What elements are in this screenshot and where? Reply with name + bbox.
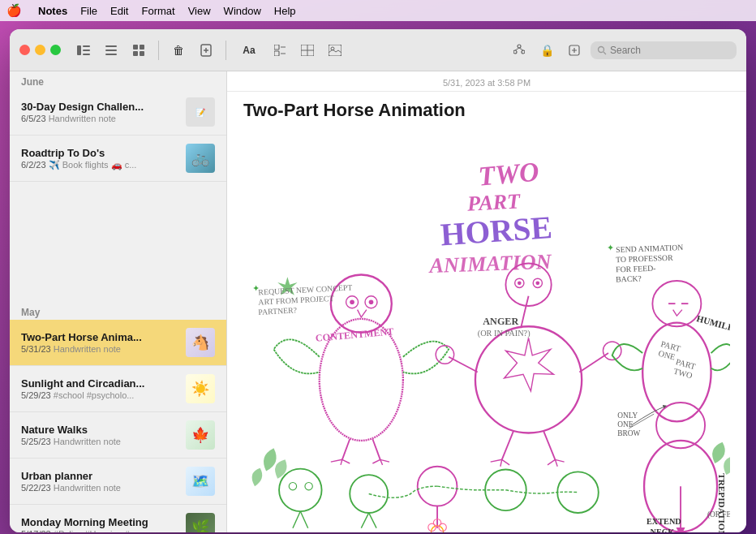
svg-point-51 xyxy=(518,281,522,285)
svg-point-25 xyxy=(522,50,525,54)
menu-help[interactable]: Help xyxy=(274,5,296,17)
svg-rect-8 xyxy=(140,45,144,50)
svg-rect-7 xyxy=(133,45,138,50)
media-button[interactable] xyxy=(324,39,346,62)
note-content-area: 5/31, 2023 at 3:58 PM Two-Part Horse Ani… xyxy=(227,71,746,532)
svg-text:(OR FEAR?): (OR FEAR?) xyxy=(707,510,730,519)
svg-line-27 xyxy=(519,48,523,50)
svg-rect-10 xyxy=(140,51,144,56)
svg-line-26 xyxy=(515,48,519,50)
checklist-button[interactable] xyxy=(268,39,291,62)
more-button[interactable] xyxy=(563,39,586,62)
svg-rect-3 xyxy=(83,54,90,55)
sidebar-toggle-button[interactable] xyxy=(72,39,95,62)
note-text: Roadtrip To Do's 6/2/23 ✈️ Book flights … xyxy=(21,147,178,170)
sketch-area: TWO PART HORSE ANIMATION xyxy=(243,131,730,532)
list-item[interactable]: Monday Morning Meeting 5/17/23 #Policy #… xyxy=(10,505,226,532)
menu-view[interactable]: View xyxy=(188,5,211,17)
menu-notes[interactable]: Notes xyxy=(38,5,67,17)
svg-text:ONLY: ONLY xyxy=(617,411,638,420)
note-text: Nature Walks 5/25/23 Handwritten note xyxy=(21,424,178,446)
svg-rect-14 xyxy=(274,45,279,50)
svg-rect-5 xyxy=(105,50,117,51)
note-meta: 6/2/23 ✈️ Book flights 🚗 c... xyxy=(21,160,178,170)
list-item[interactable]: Sunlight and Circadian... 5/29/23 #schoo… xyxy=(10,366,226,412)
maximize-button[interactable] xyxy=(50,45,61,55)
menu-bar: 🍎 Notes File Edit Format View Window Hel… xyxy=(0,0,756,21)
svg-point-43 xyxy=(369,299,374,304)
note-meta: 6/5/23 Handwritten note xyxy=(21,114,178,123)
svg-rect-16 xyxy=(274,51,279,56)
toolbar: 🗑 Aa xyxy=(10,29,746,71)
svg-point-23 xyxy=(518,45,521,48)
svg-text:EXTEND: EXTEND xyxy=(646,517,681,526)
note-meta: 5/22/23 Handwritten note xyxy=(21,483,178,493)
note-title: 30-Day Design Challen... xyxy=(21,101,178,113)
svg-line-32 xyxy=(604,52,606,54)
svg-rect-21 xyxy=(329,45,341,56)
svg-text:BROW: BROW xyxy=(617,429,640,437)
note-content-header: 5/31, 2023 at 3:58 PM xyxy=(227,71,746,92)
list-item[interactable]: Urban planner 5/22/23 Handwritten note 🗺… xyxy=(10,459,226,505)
note-title: Urban planner xyxy=(21,470,178,482)
note-thumbnail: 🌿 xyxy=(186,513,215,532)
svg-rect-0 xyxy=(77,45,81,55)
svg-text:TREPIDATION: TREPIDATION xyxy=(717,473,727,532)
svg-rect-2 xyxy=(83,50,90,51)
note-meta: 5/25/23 Handwritten note xyxy=(21,437,178,446)
svg-rect-1 xyxy=(83,45,90,47)
minimize-button[interactable] xyxy=(35,45,45,55)
apple-menu[interactable]: 🍎 xyxy=(6,3,22,18)
note-meta: 5/29/23 #school #psycholo... xyxy=(21,390,178,400)
note-main-title: Two-Part Horse Animation xyxy=(243,100,730,121)
menu-edit[interactable]: Edit xyxy=(110,5,128,17)
list-item[interactable]: 30-Day Design Challen... 6/5/23 Handwrit… xyxy=(10,89,226,136)
note-body[interactable]: Two-Part Horse Animation TWO PART HORSE … xyxy=(227,92,746,532)
menu-format[interactable]: Format xyxy=(141,5,174,17)
list-view-button[interactable] xyxy=(100,39,122,62)
list-item[interactable]: Nature Walks 5/25/23 Handwritten note 🍁 xyxy=(10,412,226,459)
note-title: Two-Part Horse Anima... xyxy=(21,331,178,343)
note-thumbnail: ☀️ xyxy=(186,374,215,403)
may-section-header: May xyxy=(10,302,226,320)
note-meta: 5/17/23 #Policy #Housing #... xyxy=(21,529,178,532)
note-thumbnail: 📝 xyxy=(186,97,215,127)
search-input[interactable] xyxy=(610,45,724,56)
note-timestamp: 5/31, 2023 at 3:58 PM xyxy=(443,78,530,88)
svg-rect-9 xyxy=(133,51,138,56)
svg-rect-6 xyxy=(105,54,117,55)
sidebar: June 30-Day Design Challen... 6/5/23 Han… xyxy=(10,71,227,532)
svg-text:ANGER: ANGER xyxy=(483,316,518,327)
note-thumbnail: 🐴 xyxy=(186,328,215,357)
note-text: Monday Morning Meeting 5/17/23 #Policy #… xyxy=(21,516,178,532)
note-text: 30-Day Design Challen... 6/5/23 Handwrit… xyxy=(21,101,178,123)
new-note-button[interactable] xyxy=(195,39,217,62)
menu-file[interactable]: File xyxy=(80,5,97,17)
svg-text:TWO: TWO xyxy=(477,156,540,191)
svg-text:NECK: NECK xyxy=(651,528,675,532)
note-title: Monday Morning Meeting xyxy=(21,516,178,528)
note-text: Two-Part Horse Anima... 5/31/23 Handwrit… xyxy=(21,331,178,354)
table-button[interactable] xyxy=(296,39,319,62)
list-item[interactable]: Two-Part Horse Anima... 5/31/23 Handwrit… xyxy=(10,320,226,366)
share-button[interactable] xyxy=(508,39,530,62)
lock-button[interactable]: 🔒 xyxy=(535,39,558,62)
format-button[interactable]: Aa xyxy=(234,39,264,62)
content-area: June 30-Day Design Challen... 6/5/23 Han… xyxy=(10,71,746,532)
menu-window[interactable]: Window xyxy=(224,5,261,17)
search-icon xyxy=(597,45,607,55)
june-notes-list: 30-Day Design Challen... 6/5/23 Handwrit… xyxy=(10,89,226,302)
svg-text:BACK?: BACK? xyxy=(616,273,642,283)
sketch-svg: TWO PART HORSE ANIMATION xyxy=(243,131,730,532)
gallery-view-button[interactable] xyxy=(127,39,150,62)
search-box[interactable] xyxy=(591,41,737,59)
note-title: Nature Walks xyxy=(21,424,178,436)
svg-point-31 xyxy=(599,46,604,52)
close-button[interactable] xyxy=(19,45,30,55)
svg-point-42 xyxy=(350,299,354,304)
delete-button[interactable]: 🗑 xyxy=(167,39,190,62)
svg-text:FOR FEED-: FOR FEED- xyxy=(616,264,656,274)
list-item[interactable]: Roadtrip To Do's 6/2/23 ✈️ Book flights … xyxy=(10,136,226,182)
note-thumbnail: 🍁 xyxy=(186,420,215,450)
note-text: Urban planner 5/22/23 Handwritten note xyxy=(21,470,178,493)
